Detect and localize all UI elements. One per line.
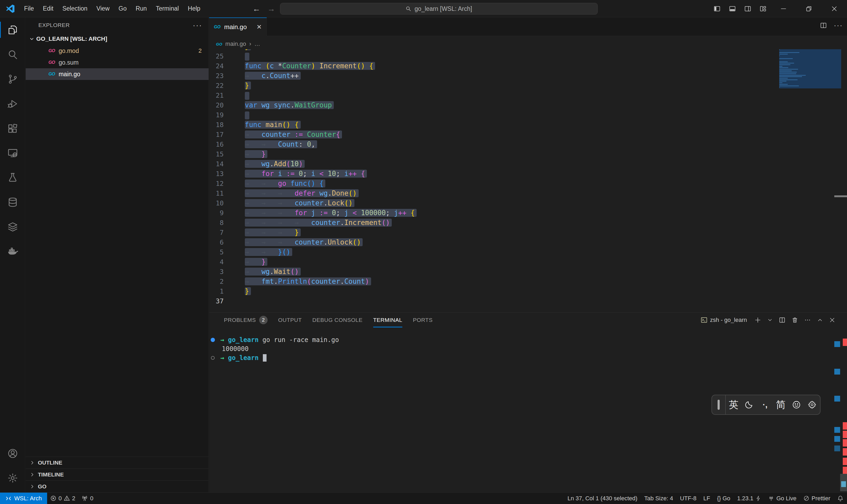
status-lf[interactable]: LF [700, 492, 714, 504]
status-go-live[interactable]: Go Live [765, 492, 800, 504]
terminal-cursor [263, 354, 267, 362]
ime-toolbar[interactable]: 英·,简 [711, 395, 821, 415]
line-number: 2 [209, 276, 224, 286]
menu-view[interactable]: View [92, 5, 114, 12]
ime-moon[interactable] [741, 395, 757, 414]
close-x-icon[interactable] [829, 317, 835, 323]
layout-grid-icon[interactable] [755, 0, 771, 17]
chevron-down-icon[interactable] [767, 317, 773, 323]
close-icon[interactable] [822, 0, 847, 17]
ime-key-简[interactable]: 简 [773, 395, 789, 414]
status-prettier[interactable]: Prettier [800, 492, 834, 504]
code-line: 5→ → }() [209, 247, 847, 257]
section-outline[interactable]: OUTLINE [26, 456, 209, 469]
command-decoration[interactable] [209, 338, 217, 342]
restore-icon[interactable] [796, 0, 822, 17]
plus-icon[interactable] [754, 317, 761, 323]
chevron-up-icon[interactable] [817, 317, 823, 323]
minimize-icon[interactable] [771, 0, 796, 17]
ime-key-英[interactable]: 英 [726, 395, 741, 414]
ime-key-·,[interactable]: ·, [757, 395, 773, 414]
line-number: 24 [209, 61, 224, 71]
search-icon [406, 6, 411, 12]
activity-containers-icon[interactable] [0, 214, 25, 239]
menu-selection[interactable]: Selection [58, 5, 92, 12]
layout-sidebar-left-icon[interactable] [709, 0, 725, 17]
menu-help[interactable]: Help [183, 5, 205, 12]
line-number: 11 [209, 188, 224, 198]
ports-status[interactable]: 0 [78, 492, 96, 504]
trash-icon[interactable] [791, 317, 798, 323]
ellipsis-icon[interactable] [804, 317, 811, 323]
line-number: 16 [209, 140, 224, 149]
status-utf-8[interactable]: UTF-8 [677, 492, 700, 504]
terminal-output[interactable]: → go_learn go run -race main.go1000000 →… [209, 336, 818, 362]
split-icon[interactable] [779, 317, 786, 323]
menu-edit[interactable]: Edit [38, 5, 58, 12]
panel-tab-problems[interactable]: PROBLEMS2 [219, 312, 273, 327]
problems-status[interactable]: 0 2 [47, 492, 78, 504]
activity-settings-icon[interactable] [0, 466, 25, 490]
breadcrumb-file[interactable]: main.go [225, 40, 246, 48]
section-timeline[interactable]: TIMELINE [26, 469, 209, 481]
panel-tab-terminal[interactable]: TERMINAL [368, 312, 408, 327]
activity-database-icon[interactable] [0, 190, 25, 214]
menu-file[interactable]: File [20, 5, 38, 12]
panel-tab-ports[interactable]: PORTS [408, 312, 438, 327]
panel-tab-output[interactable]: OUTPUT [273, 312, 307, 327]
file-go.sum[interactable]: GOgo.sum [26, 57, 209, 68]
line-number: 5 [209, 247, 224, 257]
code-area[interactable]: }2524func (c *Counter) Increment() {23→ … [209, 49, 847, 312]
tab-close-icon[interactable]: ✕ [256, 23, 262, 31]
terminal-instance-label[interactable]: zsh - go_learn [701, 317, 747, 323]
sidebar-title: EXPLORER [38, 22, 193, 28]
radio-tower-icon [82, 495, 88, 502]
bell-icon [837, 495, 844, 502]
file-main.go[interactable]: GOmain.go [26, 68, 209, 80]
activity-docker-icon[interactable] [0, 239, 25, 264]
status-ln-37-col-1-430-selected[interactable]: Ln 37, Col 1 (430 selected) [564, 492, 641, 504]
panel-tab-debug-console[interactable]: DEBUG CONSOLE [307, 312, 368, 327]
menu-terminal[interactable]: Terminal [151, 5, 183, 12]
breadcrumb-symbol[interactable]: … [254, 40, 260, 48]
line-number: 12 [209, 179, 224, 188]
menu-go[interactable]: Go [114, 5, 131, 12]
activity-explorer-icon[interactable] [0, 17, 25, 42]
ime-gear[interactable] [805, 395, 820, 414]
menu-run[interactable]: Run [131, 5, 151, 12]
activity-source-control-icon[interactable] [0, 67, 25, 91]
explorer-sidebar: EXPLORER ··· GO_LEARN [WSL: ARCH] GOgo.m… [26, 17, 209, 492]
activity-search-icon[interactable] [0, 42, 25, 67]
tab-main-go[interactable]: GO main.go ✕ [209, 17, 267, 36]
workspace-section-header[interactable]: GO_LEARN [WSL: ARCH] [26, 33, 209, 45]
line-number: 7 [209, 228, 224, 237]
ime-smiley[interactable] [789, 395, 804, 414]
minimap[interactable] [779, 49, 841, 88]
command-center-search[interactable]: go_learn [WSL: Arch] [280, 3, 598, 15]
back-arrow-icon[interactable]: ← [253, 4, 260, 13]
activity-accounts-icon[interactable] [0, 441, 25, 466]
activity-run-debug-icon[interactable] [0, 91, 25, 116]
activity-extensions-icon[interactable] [0, 116, 25, 141]
editor-more-icon[interactable]: ··· [834, 21, 843, 30]
code-line: } [209, 49, 847, 51]
status-go[interactable]: {} Go [714, 492, 734, 504]
activity-remote-explorer-icon[interactable] [0, 141, 25, 165]
split-editor-icon[interactable] [820, 22, 827, 29]
activity-testing-icon[interactable] [0, 165, 25, 190]
status-1-23-1[interactable]: 1.23.1 [734, 492, 765, 504]
layout-panel-icon[interactable] [725, 0, 740, 17]
command-decoration[interactable] [209, 356, 217, 360]
code-line: 12→ → go func() { [209, 179, 847, 188]
code-line: 13→ for i := 0; i < 10; i++ { [209, 169, 847, 179]
terminal-scrollbar[interactable] [840, 474, 847, 491]
status-bell[interactable] [834, 492, 847, 504]
status-tab-size-4[interactable]: Tab Size: 4 [641, 492, 677, 504]
remote-indicator[interactable]: WSL: Arch [0, 492, 47, 504]
more-actions-icon[interactable]: ··· [193, 21, 202, 30]
section-go[interactable]: GO [26, 481, 209, 492]
forward-arrow-icon[interactable]: → [267, 4, 275, 13]
code-line: 2→ fmt.Println(counter.Count) [209, 276, 847, 286]
file-go.mod[interactable]: GOgo.mod2 [26, 45, 209, 57]
layout-sidebar-right-icon[interactable] [740, 0, 755, 17]
